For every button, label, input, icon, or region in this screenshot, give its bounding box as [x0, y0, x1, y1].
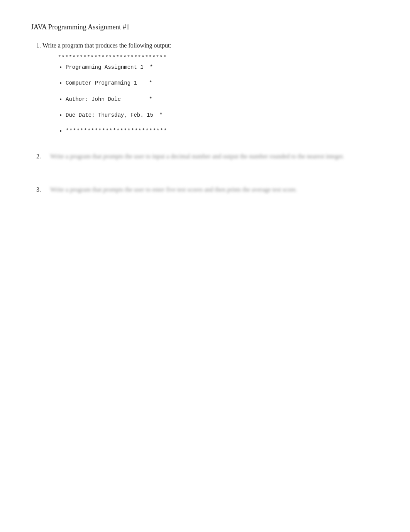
question-list: Write a program that produces the follow… [31, 42, 379, 194]
output-item-4-star: * [159, 110, 163, 120]
stars-top-line: ****************************** [58, 53, 379, 63]
output-item-2: Computer Programming 1 * [66, 78, 379, 88]
output-item-2-star: * [149, 78, 152, 88]
output-item-4: Due Date: Thursday, Feb. 15 * [66, 110, 379, 120]
output-item-4-label: Due Date: Thursday, Feb. 15 [66, 110, 153, 120]
output-items-list: Programming Assignment 1 * Computer Prog… [58, 63, 379, 136]
output-item-3: Author: John Dole * [66, 95, 379, 104]
question-item-3: Write a program that prompts the user to… [42, 185, 379, 195]
page-title: JAVA Programming Assignment #1 [31, 23, 379, 31]
output-item-1: Programming Assignment 1 * [66, 63, 379, 72]
question-2-text-blurred: Write a program that prompts the user to… [50, 151, 379, 161]
document-container: JAVA Programming Assignment #1 Write a p… [31, 23, 379, 194]
output-item-2-label: Computer Programming 1 [66, 78, 143, 88]
output-block: ****************************** Programmi… [58, 53, 379, 136]
output-stars-bottom-item: **************************** [66, 126, 379, 136]
question-3-text-blurred: Write a program that prompts the user to… [50, 185, 379, 195]
stars-bottom-line: **************************** [66, 128, 167, 134]
output-item-1-label: Programming Assignment 1 [66, 63, 144, 72]
question-item-2: Write a program that prompts the user to… [42, 151, 379, 161]
question-item-1: Write a program that produces the follow… [42, 42, 379, 136]
output-item-1-star: * [150, 63, 153, 72]
output-item-3-label: Author: John Dole [66, 95, 143, 104]
question-1-text: Write a program that produces the follow… [42, 42, 171, 49]
output-item-3-star: * [149, 95, 152, 104]
